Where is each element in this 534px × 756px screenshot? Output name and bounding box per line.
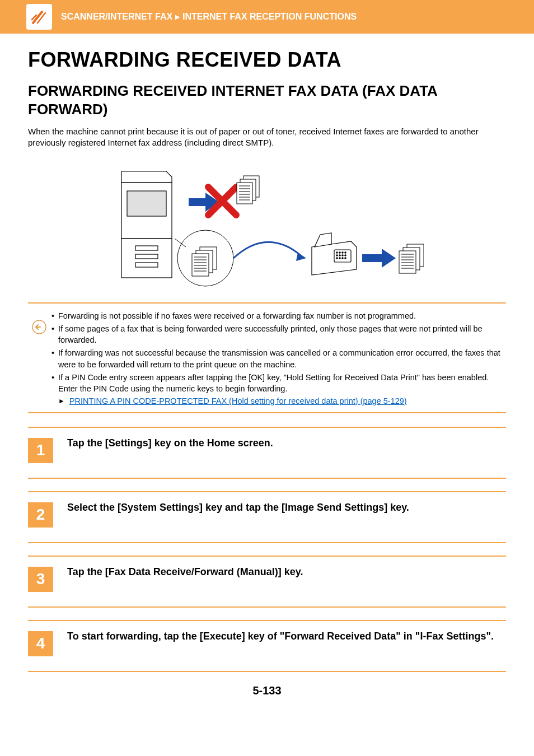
svg-point-34 [339, 254, 340, 255]
step-text: Select the [System Settings] key and tap… [67, 501, 409, 528]
svg-rect-2 [127, 191, 166, 216]
svg-point-30 [339, 251, 340, 253]
step-text: Tap the [Settings] key on the Home scree… [67, 437, 273, 463]
note-icon [28, 310, 50, 405]
svg-point-29 [336, 251, 338, 253]
intro-paragraph: When the machine cannot print because it… [28, 126, 506, 149]
scanner-icon [25, 3, 53, 31]
svg-point-36 [345, 254, 346, 255]
svg-point-38 [339, 257, 340, 258]
list-item: If forwarding was not successful because… [50, 347, 506, 370]
svg-point-33 [336, 254, 338, 255]
list-item: If some pages of a fax that is being for… [50, 323, 506, 346]
cross-ref-link[interactable]: PRINTING A PIN CODE-PROTECTED FAX (Hold … [69, 396, 407, 405]
list-item: Forwarding is not possible if no faxes w… [50, 310, 506, 321]
svg-point-40 [345, 257, 346, 258]
bullet-list: Forwarding is not possible if no faxes w… [50, 310, 506, 395]
breadcrumb-section: SCANNER/INTERNET FAX [61, 12, 172, 22]
list-item: If a PIN Code entry screen appears after… [50, 372, 506, 395]
step-text: To start forwarding, tap the [Execute] k… [67, 630, 494, 656]
step-row: 1 Tap the [Settings] key on the Home scr… [28, 427, 506, 479]
svg-rect-4 [135, 254, 158, 259]
step-number: 1 [28, 438, 53, 463]
svg-marker-27 [296, 253, 306, 261]
breadcrumb-caret-icon: ► [174, 12, 181, 21]
content: FORWARDING RECEIVED DATA FORWARDING RECE… [0, 34, 534, 672]
step-number: 4 [28, 631, 53, 656]
breadcrumb-page: INTERNET FAX RECEPTION FUNCTIONS [182, 12, 357, 22]
svg-point-32 [345, 251, 346, 253]
step-row: 3 Tap the [Fax Data Receive/Forward (Man… [28, 556, 506, 608]
svg-point-35 [342, 254, 343, 255]
step-text: Tap the [Fax Data Receive/Forward (Manua… [67, 566, 303, 592]
svg-rect-5 [135, 263, 158, 267]
svg-rect-3 [135, 246, 158, 250]
info-block: Forwarding is not possible if no faxes w… [28, 302, 506, 413]
section-title: FORWARDING RECEIVED INTERNET FAX DATA (F… [28, 82, 506, 118]
cross-ref-caret-icon: ► [58, 397, 65, 405]
step-number: 3 [28, 567, 53, 592]
forward-diagram [110, 160, 424, 289]
header-bar: SCANNER/INTERNET FAX ► INTERNET FAX RECE… [0, 0, 534, 34]
page-title: FORWARDING RECEIVED DATA [28, 48, 506, 72]
step-row: 2 Select the [System Settings] key and t… [28, 491, 506, 543]
step-number: 2 [28, 502, 53, 528]
breadcrumb: SCANNER/INTERNET FAX ► INTERNET FAX RECE… [61, 12, 357, 22]
svg-point-39 [342, 257, 343, 258]
svg-point-37 [336, 257, 338, 258]
page-number: 5-133 [0, 684, 534, 697]
svg-point-31 [342, 251, 343, 253]
step-row: 4 To start forwarding, tap the [Execute]… [28, 620, 506, 672]
cross-reference: ► PRINTING A PIN CODE-PROTECTED FAX (Hol… [50, 396, 506, 405]
svg-marker-41 [362, 249, 396, 268]
